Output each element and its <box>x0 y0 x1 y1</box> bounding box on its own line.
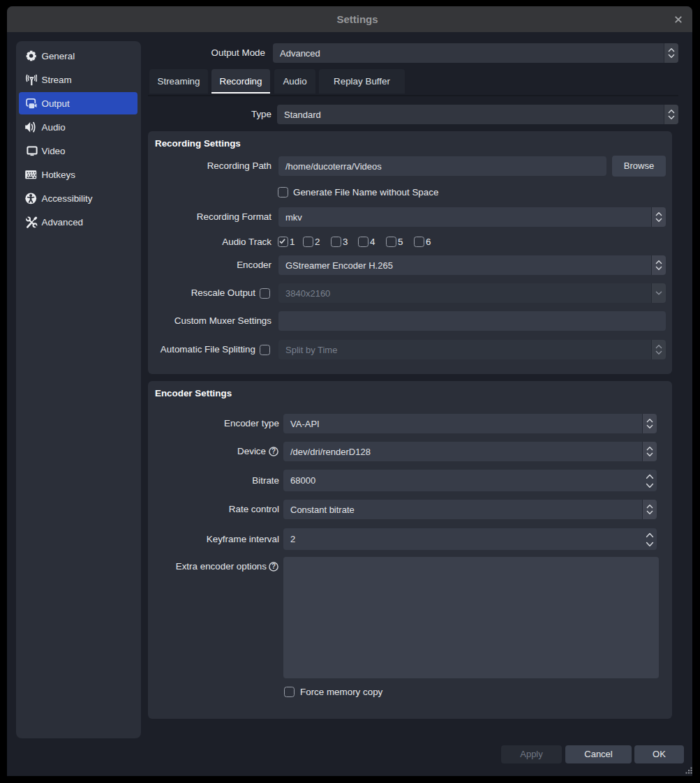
svg-text:?: ? <box>271 562 276 570</box>
svg-text:?: ? <box>271 447 276 455</box>
